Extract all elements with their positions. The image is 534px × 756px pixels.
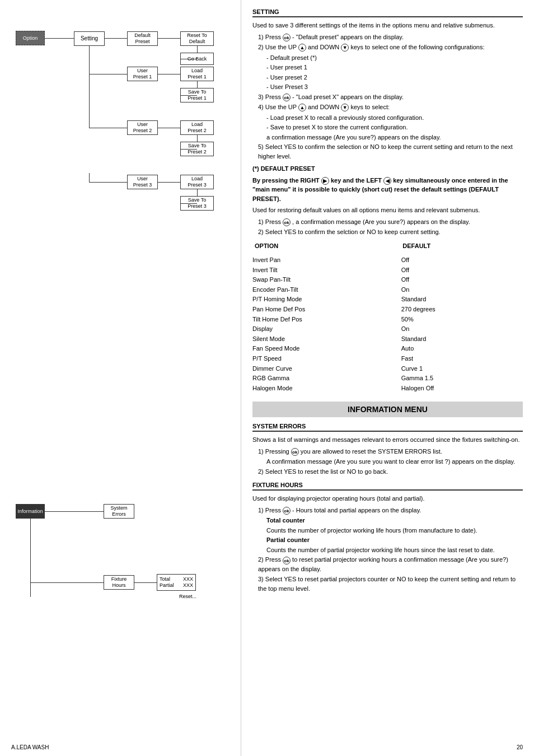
table-cell-option: RGB Gamma <box>252 374 401 384</box>
fixture-hours-intro: Used for displaying projector operating … <box>252 494 523 503</box>
left-arrow-bold: ◀ <box>383 177 391 185</box>
table-row: Halogen ModeHalogen Off <box>252 384 523 394</box>
up-arrow-2: ▲ <box>298 104 306 111</box>
total-counter-text: Counts the number of projector working l… <box>266 526 523 535</box>
table-cell-option: Dimmer Curve <box>252 364 401 374</box>
load-preset1-node: Load Preset 1 <box>180 67 214 81</box>
table-row: Silent ModeStandard <box>252 334 523 344</box>
table-cell-value: Fast <box>401 354 413 364</box>
table-cell-value: Standard <box>401 334 427 344</box>
load-preset2-node: Load Preset 2 <box>180 120 214 135</box>
config3: - User preset 2 <box>266 73 523 82</box>
table-cell-value: 270 degrees <box>401 305 435 315</box>
restore-intro: Used for restoring default values on all… <box>252 206 523 215</box>
table-cell-option: Invert Pan <box>252 255 401 265</box>
table-row: Fan Speed ModeAuto <box>252 344 523 354</box>
user-preset1-node: User Preset 1 <box>127 67 158 81</box>
table-cell-option: Tilt Home Def Pos <box>252 315 401 325</box>
total-counter-title: Total counter <box>266 516 523 525</box>
step3: 3) Press ok - "Load preset X" appears on… <box>258 92 523 102</box>
ok-icon-4: ok <box>291 448 299 456</box>
sys-step1: 1) Pressing ok you are allowed to reset … <box>258 447 523 456</box>
partial-counter-title: Partial counter <box>266 535 523 545</box>
fh-step3: 3) Select YES to reset partial projector… <box>258 575 523 593</box>
fh-step1: 1) Press ok - Hours total and partial ap… <box>258 506 523 515</box>
table-cell-value: 50% <box>401 315 414 325</box>
table-cell-value: On <box>401 285 410 295</box>
select1: - Load preset X to recall a previously s… <box>266 113 523 123</box>
restore-step1: 1) Press ok , a confirmation message (Ar… <box>258 217 523 227</box>
bold-paragraph: By pressing the RIGHT ▶ key and the LEFT… <box>252 176 523 204</box>
fh-step2: 2) Press ok to reset partial projector w… <box>258 555 523 573</box>
footer-right: 20 <box>517 744 523 750</box>
option-node: Option <box>16 31 45 45</box>
table-row: P/T Homing ModeStandard <box>252 295 523 305</box>
fixture-hours-title: FIXTURE HOURS <box>252 482 523 491</box>
table-row: Tilt Home Def Pos50% <box>252 315 523 325</box>
table-row: P/T SpeedFast <box>252 354 523 364</box>
user-preset3-node: User Preset 3 <box>127 175 158 189</box>
default-preset-node: Default Preset <box>127 31 158 46</box>
table-row: Encoder Pan-TiltOn <box>252 285 523 295</box>
ok-icon-3: ok <box>283 218 291 226</box>
table-cell-value: Off <box>401 255 409 265</box>
defaults-table: OPTION DEFAULT <box>252 240 523 253</box>
select2: - Save to preset X to store the current … <box>266 123 523 132</box>
right-panel: SETTING Used to save 3 different setting… <box>241 0 534 756</box>
table-default-header: DEFAULT <box>401 241 522 251</box>
ok-icon-1: ok <box>283 34 291 41</box>
table-cell-option: P/T Homing Mode <box>252 295 401 305</box>
table-cell-value: Auto <box>401 344 414 354</box>
fixture-hours-node: Fixture Hours <box>104 575 134 590</box>
information-node: Information <box>16 504 45 519</box>
table-cell-option: Fan Speed Mode <box>252 344 401 354</box>
table-row: Invert TiltOff <box>252 265 523 276</box>
table-cell-value: Curve 1 <box>401 364 423 374</box>
step1: 1) Press ok - "Default preset" appears o… <box>258 32 523 42</box>
table-cell-option: Display <box>252 324 401 334</box>
step5: 5) Select YES to confirm the selection o… <box>258 142 523 161</box>
ok-icon-5: ok <box>283 507 291 515</box>
table-cell-value: Halogen Off <box>401 384 434 394</box>
table-cell-value: On <box>401 324 410 334</box>
system-errors-intro: Shows a list of warnings and messages re… <box>252 435 523 445</box>
ok-icon-2: ok <box>283 94 291 101</box>
table-cell-value: Off <box>401 275 409 285</box>
sys-step2: 2) Select YES to reset the list or NO to… <box>258 467 523 477</box>
step4: 4) Use the UP ▲ and DOWN ▼ keys to selec… <box>258 102 523 112</box>
down-arrow-2: ▼ <box>341 104 349 111</box>
table-row: Pan Home Def Pos270 degrees <box>252 305 523 315</box>
setting-intro: Used to save 3 different settings of the… <box>252 21 523 30</box>
table-option-header: OPTION <box>254 241 400 251</box>
table-row: RGB GammaGamma 1.5 <box>252 374 523 384</box>
step2: 2) Use the UP ▲ and DOWN ▼ keys to selec… <box>258 43 523 52</box>
table-cell-option: Halogen Mode <box>252 384 401 394</box>
table-cell-option: Silent Mode <box>252 334 401 344</box>
sys-step1c: A confirmation message (Are you sure you… <box>266 457 523 466</box>
left-panel: Option Setting Default Preset Reset To D… <box>0 0 241 756</box>
footer-left: A.LEDA WASH <box>11 744 49 750</box>
config2: - User preset 1 <box>266 63 523 72</box>
table-row: Invert PanOff <box>252 255 523 265</box>
user-preset2-node: User Preset 2 <box>127 120 158 135</box>
reset-label: Reset... <box>179 594 196 599</box>
reset-to-default-node: Reset To Default <box>180 31 214 46</box>
info-menu-header: INFORMATION MENU <box>252 402 523 417</box>
table-cell-value: Gamma 1.5 <box>401 374 433 384</box>
restore-step2: 2) Select YES to confirm the selction or… <box>258 227 523 237</box>
table-cell-option: Invert Tilt <box>252 265 401 276</box>
table-row: Dimmer CurveCurve 1 <box>252 364 523 374</box>
table-row: Swap Pan-TiltOff <box>252 275 523 285</box>
system-errors-title: SYSTEM ERRORS <box>252 423 523 432</box>
table-row: DisplayOn <box>252 324 523 334</box>
setting-title: SETTING <box>252 8 523 17</box>
ok-icon-6: ok <box>283 557 291 564</box>
config1: - Default preset (*) <box>266 53 523 63</box>
table-cell-value: Standard <box>401 295 427 305</box>
config4: - User Preset 3 <box>266 82 523 92</box>
up-arrow-1: ▲ <box>298 44 306 52</box>
footer: A.LEDA WASH 20 <box>0 744 534 750</box>
table-cell-option: Encoder Pan-Tilt <box>252 285 401 295</box>
system-errors-node: System Errors <box>104 504 134 519</box>
table-cell-option: Pan Home Def Pos <box>252 305 401 315</box>
